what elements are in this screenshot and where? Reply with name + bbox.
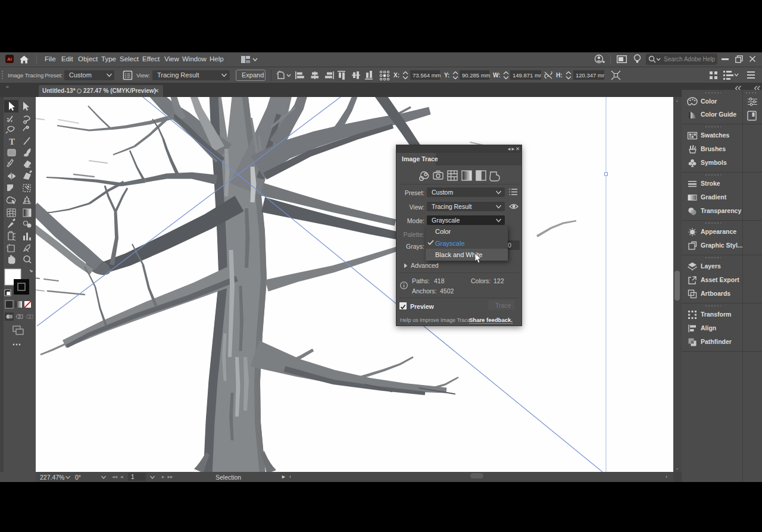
svg-text:T: T — [9, 137, 15, 146]
